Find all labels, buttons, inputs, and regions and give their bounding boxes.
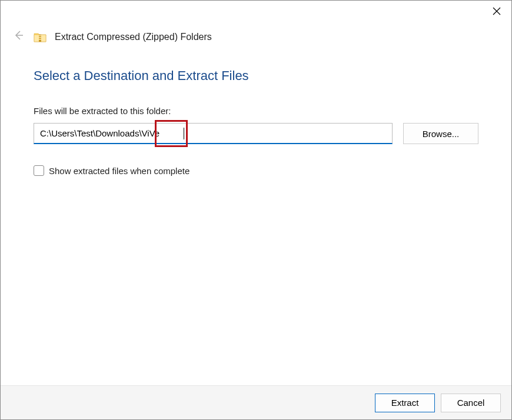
title-bar [1,1,511,22]
wizard-title: Extract Compressed (Zipped) Folders [55,32,212,42]
browse-button[interactable]: Browse... [403,123,478,144]
back-arrow-icon [11,30,25,44]
destination-path-input[interactable] [34,123,393,144]
show-files-option[interactable]: Show extracted files when complete [34,165,478,176]
svg-rect-4 [39,35,41,36]
close-button[interactable] [488,4,506,18]
close-icon [493,7,501,15]
wizard-footer: Extract Cancel [1,385,511,419]
show-files-label: Show extracted files when complete [49,166,189,176]
zipped-folder-icon [34,32,46,42]
content-area: Select a Destination and Extract Files F… [1,49,511,176]
svg-rect-5 [39,37,41,38]
cancel-button[interactable]: Cancel [441,394,501,412]
show-files-checkbox[interactable] [34,165,44,176]
extract-button[interactable]: Extract [375,394,435,412]
path-container [34,123,393,144]
page-heading: Select a Destination and Extract Files [34,68,478,84]
destination-label: Files will be extracted to this folder: [34,106,478,116]
destination-row: Browse... [34,123,478,144]
wizard-header: Extract Compressed (Zipped) Folders [1,22,511,49]
svg-rect-6 [39,39,41,40]
